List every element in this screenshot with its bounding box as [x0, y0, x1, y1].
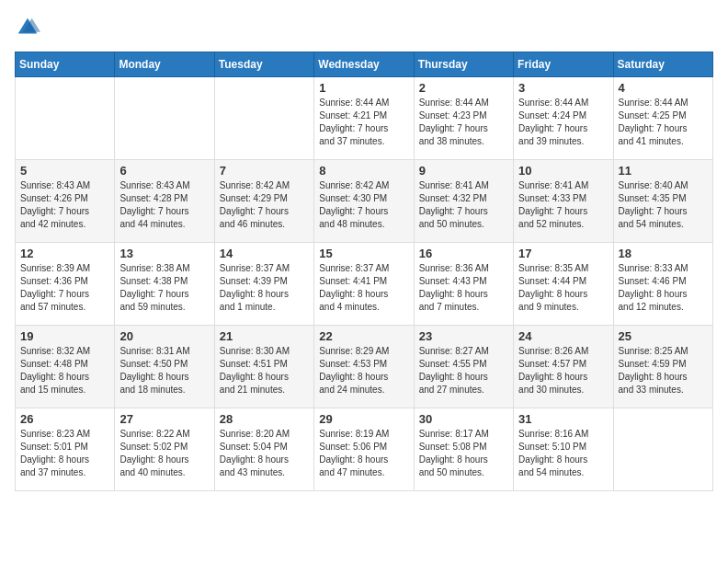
calendar-cell: 12Sunrise: 8:39 AM Sunset: 4:36 PM Dayli… — [16, 243, 115, 326]
day-info: Sunrise: 8:33 AM Sunset: 4:46 PM Dayligh… — [619, 262, 708, 314]
day-info: Sunrise: 8:22 AM Sunset: 5:02 PM Dayligh… — [119, 428, 209, 479]
day-info: Sunrise: 8:35 AM Sunset: 4:44 PM Dayligh… — [518, 262, 608, 314]
day-info: Sunrise: 8:30 AM Sunset: 4:51 PM Dayligh… — [220, 345, 309, 396]
day-info: Sunrise: 8:44 AM Sunset: 4:24 PM Dayligh… — [518, 97, 608, 148]
day-info: Sunrise: 8:43 AM Sunset: 4:26 PM Dayligh… — [20, 179, 109, 231]
calendar-cell: 11Sunrise: 8:40 AM Sunset: 4:35 PM Dayli… — [613, 160, 712, 243]
calendar-cell: 9Sunrise: 8:41 AM Sunset: 4:32 PM Daylig… — [414, 160, 513, 243]
calendar-cell: 14Sunrise: 8:37 AM Sunset: 4:39 PM Dayli… — [214, 243, 313, 326]
day-info: Sunrise: 8:43 AM Sunset: 4:28 PM Dayligh… — [119, 179, 209, 231]
day-number: 11 — [619, 164, 708, 178]
calendar-cell: 10Sunrise: 8:41 AM Sunset: 4:33 PM Dayli… — [514, 160, 613, 243]
day-info: Sunrise: 8:36 AM Sunset: 4:43 PM Dayligh… — [419, 262, 508, 314]
calendar-cell: 16Sunrise: 8:36 AM Sunset: 4:43 PM Dayli… — [414, 243, 513, 326]
day-info: Sunrise: 8:42 AM Sunset: 4:30 PM Dayligh… — [319, 179, 408, 231]
calendar-cell: 24Sunrise: 8:26 AM Sunset: 4:57 PM Dayli… — [514, 326, 613, 408]
calendar-week-1: 1Sunrise: 8:44 AM Sunset: 4:21 PM Daylig… — [16, 77, 713, 160]
day-number: 14 — [220, 247, 309, 260]
calendar-cell: 19Sunrise: 8:32 AM Sunset: 4:48 PM Dayli… — [16, 326, 115, 408]
logo-icon — [15, 15, 40, 40]
day-info: Sunrise: 8:19 AM Sunset: 5:06 PM Dayligh… — [319, 428, 408, 479]
calendar-header-thursday: Thursday — [414, 52, 513, 77]
day-info: Sunrise: 8:37 AM Sunset: 4:41 PM Dayligh… — [319, 262, 408, 314]
day-info: Sunrise: 8:23 AM Sunset: 5:01 PM Dayligh… — [20, 428, 109, 479]
calendar-header-row: SundayMondayTuesdayWednesdayThursdayFrid… — [16, 52, 713, 77]
calendar-cell: 7Sunrise: 8:42 AM Sunset: 4:29 PM Daylig… — [214, 160, 313, 243]
day-number: 28 — [220, 412, 309, 426]
day-info: Sunrise: 8:20 AM Sunset: 5:04 PM Dayligh… — [220, 428, 309, 479]
calendar-week-2: 5Sunrise: 8:43 AM Sunset: 4:26 PM Daylig… — [16, 160, 713, 243]
logo — [15, 15, 44, 40]
calendar-header-friday: Friday — [514, 52, 613, 77]
day-number: 21 — [220, 329, 309, 343]
calendar-cell: 30Sunrise: 8:17 AM Sunset: 5:08 PM Dayli… — [414, 408, 513, 491]
day-number: 20 — [119, 329, 209, 343]
day-number: 18 — [619, 247, 708, 260]
calendar-cell: 13Sunrise: 8:38 AM Sunset: 4:38 PM Dayli… — [115, 243, 214, 326]
calendar-table: SundayMondayTuesdayWednesdayThursdayFrid… — [15, 52, 713, 491]
day-number: 4 — [619, 81, 708, 95]
day-info: Sunrise: 8:17 AM Sunset: 5:08 PM Dayligh… — [419, 428, 508, 479]
calendar-cell: 5Sunrise: 8:43 AM Sunset: 4:26 PM Daylig… — [16, 160, 115, 243]
calendar-cell: 4Sunrise: 8:44 AM Sunset: 4:25 PM Daylig… — [613, 77, 712, 160]
calendar-cell: 15Sunrise: 8:37 AM Sunset: 4:41 PM Dayli… — [314, 243, 414, 326]
calendar-cell: 8Sunrise: 8:42 AM Sunset: 4:30 PM Daylig… — [314, 160, 414, 243]
calendar-cell — [16, 77, 115, 160]
page-header — [15, 15, 713, 40]
day-number: 15 — [319, 247, 408, 260]
day-info: Sunrise: 8:39 AM Sunset: 4:36 PM Dayligh… — [20, 262, 109, 314]
calendar-cell: 2Sunrise: 8:44 AM Sunset: 4:23 PM Daylig… — [414, 77, 513, 160]
calendar-header-monday: Monday — [115, 52, 214, 77]
calendar-cell: 27Sunrise: 8:22 AM Sunset: 5:02 PM Dayli… — [115, 408, 214, 491]
day-number: 2 — [419, 81, 508, 95]
calendar-cell: 3Sunrise: 8:44 AM Sunset: 4:24 PM Daylig… — [514, 77, 613, 160]
calendar-cell: 6Sunrise: 8:43 AM Sunset: 4:28 PM Daylig… — [115, 160, 214, 243]
calendar-header-saturday: Saturday — [613, 52, 712, 77]
calendar-week-4: 19Sunrise: 8:32 AM Sunset: 4:48 PM Dayli… — [16, 326, 713, 408]
day-info: Sunrise: 8:38 AM Sunset: 4:38 PM Dayligh… — [119, 262, 209, 314]
day-info: Sunrise: 8:26 AM Sunset: 4:57 PM Dayligh… — [518, 345, 608, 396]
calendar-cell — [214, 77, 313, 160]
day-number: 24 — [518, 329, 608, 343]
calendar-cell: 21Sunrise: 8:30 AM Sunset: 4:51 PM Dayli… — [214, 326, 313, 408]
calendar-cell — [613, 408, 712, 491]
day-number: 5 — [20, 164, 109, 178]
day-info: Sunrise: 8:29 AM Sunset: 4:53 PM Dayligh… — [319, 345, 408, 396]
calendar-week-3: 12Sunrise: 8:39 AM Sunset: 4:36 PM Dayli… — [16, 243, 713, 326]
day-number: 23 — [419, 329, 508, 343]
calendar-week-5: 26Sunrise: 8:23 AM Sunset: 5:01 PM Dayli… — [16, 408, 713, 491]
day-number: 7 — [220, 164, 309, 178]
day-number: 25 — [619, 329, 708, 343]
calendar-cell: 18Sunrise: 8:33 AM Sunset: 4:46 PM Dayli… — [613, 243, 712, 326]
day-number: 22 — [319, 329, 408, 343]
calendar-cell: 26Sunrise: 8:23 AM Sunset: 5:01 PM Dayli… — [16, 408, 115, 491]
day-info: Sunrise: 8:44 AM Sunset: 4:21 PM Dayligh… — [319, 97, 408, 148]
day-number: 9 — [419, 164, 508, 178]
calendar-header-tuesday: Tuesday — [214, 52, 313, 77]
day-number: 17 — [518, 247, 608, 260]
calendar-cell: 25Sunrise: 8:25 AM Sunset: 4:59 PM Dayli… — [613, 326, 712, 408]
day-number: 27 — [119, 412, 209, 426]
day-info: Sunrise: 8:41 AM Sunset: 4:33 PM Dayligh… — [518, 179, 608, 231]
day-info: Sunrise: 8:37 AM Sunset: 4:39 PM Dayligh… — [220, 262, 309, 314]
calendar-cell: 23Sunrise: 8:27 AM Sunset: 4:55 PM Dayli… — [414, 326, 513, 408]
day-number: 12 — [20, 247, 109, 260]
calendar-cell: 17Sunrise: 8:35 AM Sunset: 4:44 PM Dayli… — [514, 243, 613, 326]
day-info: Sunrise: 8:32 AM Sunset: 4:48 PM Dayligh… — [20, 345, 109, 396]
calendar-cell: 22Sunrise: 8:29 AM Sunset: 4:53 PM Dayli… — [314, 326, 414, 408]
day-info: Sunrise: 8:40 AM Sunset: 4:35 PM Dayligh… — [619, 179, 708, 231]
calendar-cell — [115, 77, 214, 160]
calendar-cell: 28Sunrise: 8:20 AM Sunset: 5:04 PM Dayli… — [214, 408, 313, 491]
calendar-cell: 31Sunrise: 8:16 AM Sunset: 5:10 PM Dayli… — [514, 408, 613, 491]
day-number: 10 — [518, 164, 608, 178]
day-info: Sunrise: 8:25 AM Sunset: 4:59 PM Dayligh… — [619, 345, 708, 396]
day-info: Sunrise: 8:44 AM Sunset: 4:23 PM Dayligh… — [419, 97, 508, 148]
calendar-cell: 20Sunrise: 8:31 AM Sunset: 4:50 PM Dayli… — [115, 326, 214, 408]
day-number: 6 — [119, 164, 209, 178]
day-number: 26 — [20, 412, 109, 426]
day-number: 19 — [20, 329, 109, 343]
calendar-header-wednesday: Wednesday — [314, 52, 414, 77]
day-info: Sunrise: 8:16 AM Sunset: 5:10 PM Dayligh… — [518, 428, 608, 479]
day-number: 3 — [518, 81, 608, 95]
day-number: 8 — [319, 164, 408, 178]
